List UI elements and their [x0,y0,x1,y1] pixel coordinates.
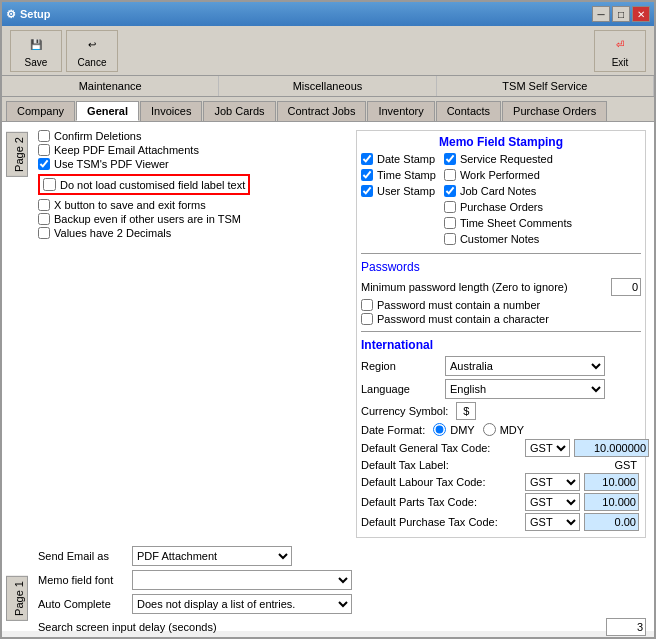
user-stamp-checkbox[interactable] [361,185,373,197]
user-stamp-row: User Stamp [361,185,436,197]
purchase-tax-value[interactable] [584,513,639,531]
tab-purchase-orders[interactable]: Purchase Orders [502,101,607,121]
language-row: Language English [361,379,641,399]
tab-contacts[interactable]: Contacts [436,101,501,121]
date-mdy-radio[interactable] [483,423,496,436]
date-format-label: Date Format: [361,424,425,436]
exit-button[interactable]: ⏎ Exit [594,30,646,72]
confirm-deletions-checkbox[interactable] [38,130,50,142]
min-password-input[interactable] [611,278,641,296]
menu-tsm-self-service[interactable]: TSM Self Service [437,76,654,96]
language-select[interactable]: English [445,379,605,399]
x-button-checkbox[interactable] [38,199,50,211]
use-tsm-row: Use TSM's PDF Viewer [38,158,348,170]
time-stamp-checkbox[interactable] [361,169,373,181]
job-card-notes-checkbox[interactable] [444,185,456,197]
purchase-tax-select[interactable]: GST [525,513,580,531]
bottom-section: Send Email as PDF Attachment Memo field … [38,546,646,639]
save-button[interactable]: 💾 Save [10,30,62,72]
menu-miscellaneous[interactable]: Miscellaneous [219,76,436,96]
no-load-customised-checkbox[interactable] [43,178,56,191]
parts-tax-label: Default Parts Tax Code: [361,496,521,508]
labour-tax-label: Default Labour Tax Code: [361,476,521,488]
date-mdy-label: MDY [500,424,524,436]
tax-label-row: Default Tax Label: GST [361,459,641,471]
window-icon: ⚙ [6,8,16,21]
parts-tax-select[interactable]: GST [525,493,580,511]
x-button-row: X button to save and exit forms [38,199,348,211]
general-tax-row: Default General Tax Code: GST [361,439,641,457]
tab-job-cards[interactable]: Job Cards [203,101,275,121]
memo-font-select[interactable] [132,570,352,590]
no-load-customised-label: Do not load customised field label text [60,179,245,191]
close-button[interactable]: ✕ [632,6,650,22]
date-dmy-radio[interactable] [433,423,446,436]
send-email-select[interactable]: PDF Attachment [132,546,292,566]
general-tax-value[interactable] [574,439,649,457]
search-delay-label: Search screen input delay (seconds) [38,621,606,633]
work-performed-label: Work Performed [460,169,540,181]
date-format-row: Date Format: DMY MDY [361,423,641,436]
region-row: Region Australia [361,356,641,376]
values-decimals-row: Values have 2 Decimals [38,227,348,239]
customer-notes-checkbox[interactable] [444,233,456,245]
time-sheet-label: Time Sheet Comments [460,217,572,229]
search-delay-input[interactable] [606,618,646,636]
labour-tax-row: Default Labour Tax Code: GST [361,473,641,491]
cancel-button[interactable]: ↩ Cance [66,30,118,72]
general-tax-label: Default General Tax Code: [361,442,521,454]
tab-company[interactable]: Company [6,101,75,121]
keep-pdf-checkbox[interactable] [38,144,50,156]
confirm-deletions-row: Confirm Deletions [38,130,348,142]
tab-invoices[interactable]: Invoices [140,101,202,121]
menu-maintenance[interactable]: Maintenance [2,76,219,96]
default-tax-label: Default Tax Label: [361,459,521,471]
region-select[interactable]: Australia [445,356,605,376]
side-tabs: Page 2 Page 1 [6,122,28,631]
memo-grid: Date Stamp Time Stamp User Stamp [361,153,641,247]
left-panel: Confirm Deletions Keep PDF Email Attachm… [38,130,348,538]
language-label: Language [361,383,441,395]
confirm-deletions-label: Confirm Deletions [54,130,141,142]
currency-symbol-input[interactable] [456,402,476,420]
work-performed-checkbox[interactable] [444,169,456,181]
labour-tax-value[interactable] [584,473,639,491]
window-title: Setup [20,8,51,20]
currency-row: Currency Symbol: [361,402,641,420]
date-stamp-row: Date Stamp [361,153,436,165]
use-tsm-checkbox[interactable] [38,158,50,170]
general-tax-select[interactable]: GST [525,439,570,457]
keep-pdf-label: Keep PDF Email Attachments [54,144,199,156]
keep-pdf-row: Keep PDF Email Attachments [38,144,348,156]
time-stamp-label: Time Stamp [377,169,436,181]
backup-users-checkbox[interactable] [38,213,50,225]
memo-font-label: Memo field font [38,574,128,586]
maximize-button[interactable]: □ [612,6,630,22]
must-char-checkbox[interactable] [361,313,373,325]
tab-general[interactable]: General [76,101,139,121]
date-stamp-label: Date Stamp [377,153,435,165]
tab-inventory[interactable]: Inventory [367,101,434,121]
parts-tax-value[interactable] [584,493,639,511]
search-delay-row: Search screen input delay (seconds) [38,618,646,636]
tab-contract-jobs[interactable]: Contract Jobs [277,101,367,121]
service-requested-checkbox[interactable] [444,153,456,165]
time-sheet-checkbox[interactable] [444,217,456,229]
must-number-checkbox[interactable] [361,299,373,311]
values-decimals-checkbox[interactable] [38,227,50,239]
page-1-tab[interactable]: Page 1 [6,576,28,621]
labour-tax-select[interactable]: GST [525,473,580,491]
send-email-row: Send Email as PDF Attachment [38,546,646,566]
must-char-row: Password must contain a character [361,313,641,325]
must-char-label: Password must contain a character [377,313,549,325]
purchase-orders-checkbox[interactable] [444,201,456,213]
autocomplete-select[interactable]: Does not display a list of entries. [132,594,352,614]
parts-tax-row: Default Parts Tax Code: GST [361,493,641,511]
purchase-tax-label: Default Purchase Tax Code: [361,516,521,528]
minimize-button[interactable]: ─ [592,6,610,22]
passwords-section: Passwords Minimum password length (Zero … [361,260,641,325]
page-2-tab[interactable]: Page 2 [6,132,28,177]
international-title: International [361,338,641,352]
date-stamp-checkbox[interactable] [361,153,373,165]
no-load-customised-row: Do not load customised field label text [38,174,250,195]
